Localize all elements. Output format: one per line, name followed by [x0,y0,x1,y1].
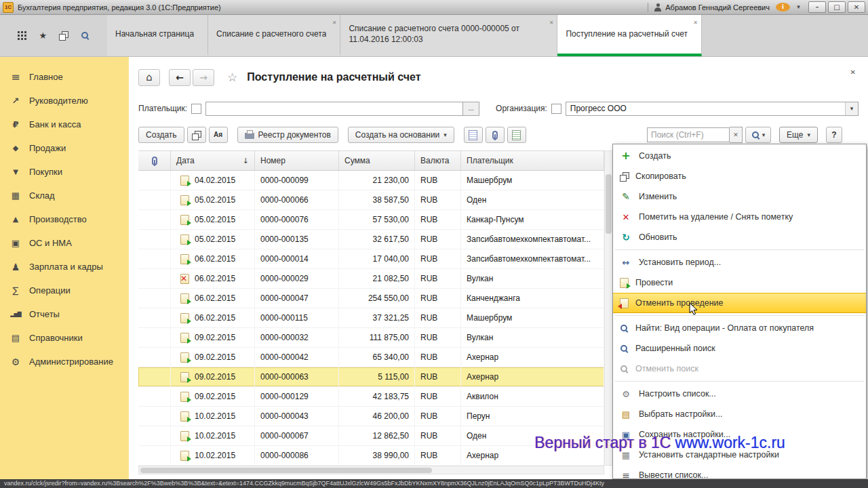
column-payer[interactable]: Плательщик [461,151,604,170]
register-button[interactable]: Реестр документов [237,127,338,143]
tab[interactable]: Списание с расчетного счета 0000-000005 … [340,15,557,56]
horizontal-scrollbar[interactable] [138,466,604,474]
column-number[interactable]: Номер [255,151,339,170]
global-search-icon[interactable] [81,31,90,40]
table-row[interactable]: 05.02.2015 0000-000135 32 617,50 RUB Зап… [138,230,604,249]
sidebar-item[interactable]: ◆ Продажи [0,136,129,160]
table-row[interactable]: 06.02.2015 0000-000047 254 550,00 RUB Ка… [138,289,604,308]
payer-checkbox[interactable] [191,104,201,114]
back-button[interactable]: ← [169,69,191,86]
back-icon: ← [176,73,184,82]
caret-down-icon: ▾ [443,132,447,138]
open-windows-icon[interactable] [59,31,68,40]
table-row[interactable]: 09.02.2015 0000-000032 111 875,00 RUB Ву… [138,328,604,348]
table-row[interactable]: 05.02.2015 0000-000076 57 530,00 RUB Кан… [138,210,604,230]
column-date[interactable]: Дата ↓ [171,151,255,170]
context-menu-item[interactable]: ✕ Пометить на удаление / Снять пометку [613,207,866,227]
table-row[interactable]: 04.02.2015 0000-000099 21 230,00 RUB Маш… [138,171,604,190]
paperclip-icon [492,131,498,140]
sidebar-item[interactable]: ↗ Руководителю [0,89,129,113]
tab-close-icon[interactable] [549,17,554,26]
context-menu-item[interactable]: Найти: Вид операции - Оплата от покупате… [613,318,866,338]
payer-input[interactable] [205,102,463,116]
form-close-icon[interactable]: ✕ [850,69,856,76]
sidebar-item[interactable]: ▦ Склад [0,184,129,207]
context-menu-item[interactable]: Провести [613,272,866,293]
sort-az-button[interactable]: Ая [209,127,228,143]
more-button[interactable]: Еще ▾ [779,127,818,143]
context-menu-item[interactable]: ↔ Установить период... [613,252,866,272]
context-menu-item[interactable]: ⚙ Настроить список... [613,384,866,404]
table-row[interactable]: 09.02.2015 0000-000063 5 115,00 RUB Ахер… [138,367,604,387]
table-row[interactable]: 09.02.2015 0000-000129 42 183,75 RUB Акв… [138,387,604,407]
table-row[interactable]: 06.02.2015 0000-000115 37 321,25 RUB Маш… [138,308,604,328]
table-row[interactable]: 10.02.2015 0000-000043 46 200,00 RUB Пер… [138,407,604,426]
tab[interactable]: Списание с расчетного счета [208,15,340,56]
salary-icon: ♟ [9,262,22,272]
document-status-icon [180,372,189,382]
info-icon[interactable]: i [776,3,790,12]
window-close-button[interactable]: ✕ [848,1,865,13]
sidebar-item[interactable]: ♟ Зарплата и кадры [0,255,129,279]
attachments-button[interactable] [486,127,505,143]
home-button[interactable]: ⌂ [138,69,160,86]
sidebar-item[interactable]: ≡ Главное [0,65,129,89]
add-favorite-icon[interactable]: ☆ [227,72,237,83]
maximize-button[interactable]: □ [828,1,846,13]
org-combo-caret-icon[interactable]: ▾ [845,102,858,115]
favorites-star-icon[interactable]: ★ [39,31,47,40]
production-icon: ▲ [9,216,22,223]
minimize-button[interactable]: – [808,1,826,13]
column-currency[interactable]: Валюта [415,151,461,170]
context-menu-item[interactable]: Скопировать [613,166,866,186]
copy-document-button[interactable] [187,127,206,143]
tab-close-icon[interactable] [332,17,337,26]
table-row[interactable]: 09.02.2015 0000-000042 65 340,00 RUB Ахе… [138,348,604,367]
document-status-icon [180,431,189,441]
create-button[interactable]: Создать [138,127,184,143]
window-title: Бухгалтерия предприятия, редакция 3.0 (1… [18,3,221,12]
sidebar-item[interactable]: ∑ Операции [0,279,129,302]
forward-button[interactable]: → [193,69,214,86]
sidebar-item[interactable]: ▼ Покупки [0,160,129,184]
tab[interactable]: Поступление на расчетный счет [557,15,702,56]
context-menu-item[interactable]: ↻ Обновить [613,227,866,247]
sidebar-item[interactable]: ▂▅▇ Отчеты [0,302,129,326]
sidebar-item[interactable]: ₽ Банк и касса [0,113,129,136]
org-combo[interactable]: Прогресс ООО ▾ [566,102,859,116]
titlebar: 1С Бухгалтерия предприятия, редакция 3.0… [0,0,868,15]
table-row[interactable]: 06.02.2015 0000-000029 21 082,50 RUB Вул… [138,269,604,289]
context-menu-item[interactable]: + Создать [613,146,866,166]
context-menu-item[interactable]: Отменить проведение [613,293,866,313]
tab-close-icon[interactable] [693,17,698,26]
payer-picker-button[interactable]: ... [463,102,479,116]
sidebar-item[interactable]: ▤ Справочники [0,326,129,350]
user-menu[interactable]: Абрамов Геннадий Сергеевич [654,3,770,12]
vertical-scrollbar-thumb[interactable] [606,174,612,234]
column-attachments[interactable] [138,151,171,170]
tab[interactable]: Начальная страница [107,15,208,56]
titlebar-caret-icon[interactable]: ▾ [791,2,806,12]
context-menu-item[interactable]: ▤ Выбрать настройки... [613,404,866,424]
help-button[interactable]: ? [826,127,842,143]
table-row[interactable]: 06.02.2015 0000-000014 17 040,00 RUB Зап… [138,249,604,269]
sidebar-item[interactable]: ⚙ Администрирование [0,350,129,373]
unpost-icon [620,298,629,308]
context-menu-item[interactable]: ✎ Изменить [613,186,866,207]
context-menu-item[interactable]: ≡ Вывести список... [613,465,866,479]
horizontal-scrollbar-thumb[interactable] [140,468,432,473]
search-clear-icon[interactable]: ✕ [730,127,743,143]
column-sum[interactable]: Сумма [339,151,415,170]
reports-button[interactable] [507,127,526,143]
main-menu-icon[interactable] [18,31,26,40]
print-forms-button[interactable] [464,127,483,143]
search-input[interactable] [647,127,730,142]
org-checkbox[interactable] [551,104,561,114]
create-based-button[interactable]: Создать на основании ▾ [348,127,454,143]
sidebar-item[interactable]: ▣ ОС и НМА [0,231,129,255]
context-menu-item[interactable]: Расширенный поиск [613,338,866,359]
sidebar-item[interactable]: ▲ Производство [0,207,129,231]
table-row[interactable]: 05.02.2015 0000-000066 38 587,50 RUB Оде… [138,190,604,210]
operations-icon: ∑ [9,286,22,295]
search-button[interactable]: ▾ [745,127,771,143]
